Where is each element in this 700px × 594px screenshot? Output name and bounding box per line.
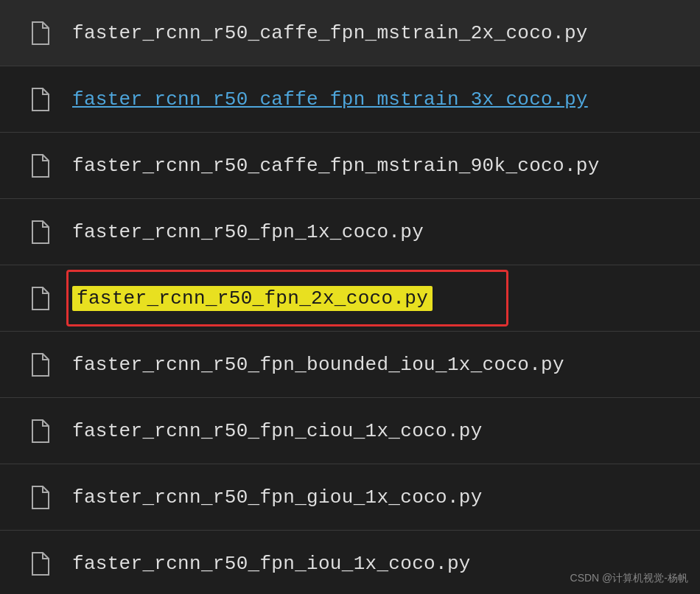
file-row-2[interactable]: faster_rcnn_r50_caffe_fpn_mstrain_3x_coc… [0,66,700,133]
watermark: CSDN @计算机视觉-杨帆 [570,572,688,585]
file-icon [29,21,50,46]
file-name-7: faster_rcnn_r50_fpn_ciou_1x_coco.py [72,420,483,442]
file-row-4[interactable]: faster_rcnn_r50_fpn_1x_coco.py [0,199,700,265]
file-icon [29,419,50,444]
file-row-5[interactable]: faster_rcnn_r50_fpn_2x_coco.py [0,265,700,332]
file-name-4: faster_rcnn_r50_fpn_1x_coco.py [72,221,424,243]
file-name-3: faster_rcnn_r50_caffe_fpn_mstrain_90k_co… [72,155,600,177]
file-name-5: faster_rcnn_r50_fpn_2x_coco.py [72,287,433,310]
file-icon [29,220,50,245]
file-icon [29,153,50,178]
file-icon [29,485,50,510]
file-icon [29,87,50,112]
file-row-3[interactable]: faster_rcnn_r50_caffe_fpn_mstrain_90k_co… [0,133,700,199]
file-list: faster_rcnn_r50_caffe_fpn_mstrain_2x_coc… [0,0,700,594]
highlighted-filename: faster_rcnn_r50_fpn_2x_coco.py [72,286,433,311]
file-name-8: faster_rcnn_r50_fpn_giou_1x_coco.py [72,486,483,509]
file-icon [29,551,50,576]
file-row-6[interactable]: faster_rcnn_r50_fpn_bounded_iou_1x_coco.… [0,332,700,398]
file-name-9: faster_rcnn_r50_fpn_iou_1x_coco.py [72,553,471,575]
file-icon [29,286,50,311]
file-row-8[interactable]: faster_rcnn_r50_fpn_giou_1x_coco.py [0,464,700,531]
file-name-6: faster_rcnn_r50_fpn_bounded_iou_1x_coco.… [72,354,564,376]
file-name-2: faster_rcnn_r50_caffe_fpn_mstrain_3x_coc… [72,88,588,111]
file-icon [29,352,50,377]
file-name-1: faster_rcnn_r50_caffe_fpn_mstrain_2x_coc… [72,22,588,44]
file-row-7[interactable]: faster_rcnn_r50_fpn_ciou_1x_coco.py [0,398,700,464]
file-row-1[interactable]: faster_rcnn_r50_caffe_fpn_mstrain_2x_coc… [0,0,700,66]
